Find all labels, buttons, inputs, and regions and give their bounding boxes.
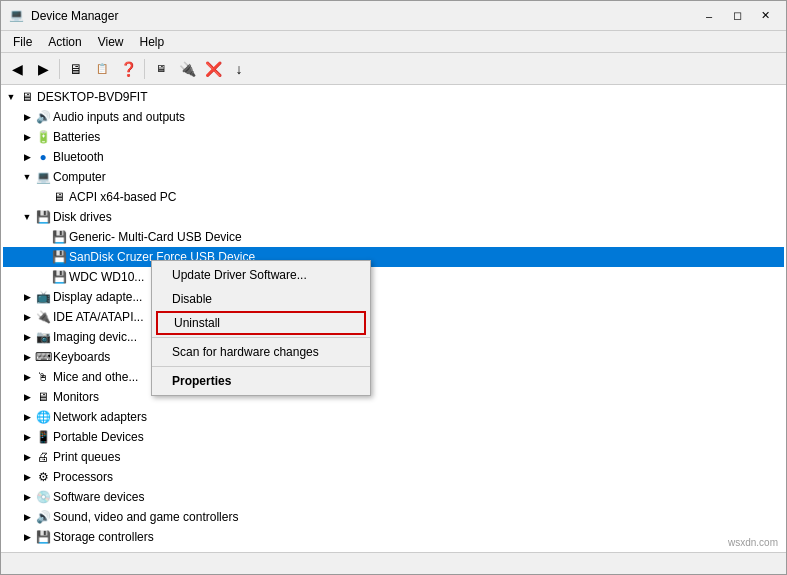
imaging-label: Imaging devic... xyxy=(53,330,137,344)
generic-card-expander xyxy=(35,229,51,245)
close-button[interactable]: ✕ xyxy=(752,6,778,26)
ctx-separator xyxy=(152,337,370,338)
tree-wdc[interactable]: 💾 WDC WD10... xyxy=(3,267,784,287)
ctx-scan[interactable]: Scan for hardware changes xyxy=(152,340,370,364)
system-label: System devices xyxy=(53,550,137,552)
acpi-icon: 🖥 xyxy=(51,189,67,205)
toolbar: ◀ ▶ 🖥 📋 ❓ 🖥 🔌 ❌ ↓ xyxy=(1,53,786,85)
maximize-button[interactable]: ◻ xyxy=(724,6,750,26)
tree-storage[interactable]: ▶ 💾 Storage controllers xyxy=(3,527,784,547)
tree-sandisk[interactable]: 💾 SanDisk Cruzer Force USB Device xyxy=(3,247,784,267)
system-expander: ▶ xyxy=(19,549,35,552)
portable-label: Portable Devices xyxy=(53,430,144,444)
tree-system[interactable]: ▶ ⚙ System devices xyxy=(3,547,784,552)
forward-button[interactable]: ▶ xyxy=(31,57,55,81)
software-icon: 💿 xyxy=(35,489,51,505)
bluetooth-icon: ● xyxy=(35,149,51,165)
processors-label: Processors xyxy=(53,470,113,484)
tree-monitors[interactable]: ▶ 🖥 Monitors xyxy=(3,387,784,407)
portable-expander: ▶ xyxy=(19,429,35,445)
window-title: Device Manager xyxy=(31,9,118,23)
computer-label: Computer xyxy=(53,170,106,184)
update-driver-button[interactable]: 🖥 xyxy=(149,57,173,81)
menu-action[interactable]: Action xyxy=(40,33,89,51)
tree-audio[interactable]: ▶ 🔊 Audio inputs and outputs xyxy=(3,107,784,127)
properties-toolbar-button[interactable]: 📋 xyxy=(90,57,114,81)
network-expander: ▶ xyxy=(19,409,35,425)
tree-imaging[interactable]: ▶ 📷 Imaging devic... xyxy=(3,327,784,347)
wdc-expander xyxy=(35,269,51,285)
keyboards-expander: ▶ xyxy=(19,349,35,365)
batteries-label: Batteries xyxy=(53,130,100,144)
tree-generic-card[interactable]: 💾 Generic- Multi-Card USB Device xyxy=(3,227,784,247)
root-icon: 🖥 xyxy=(19,89,35,105)
menu-file[interactable]: File xyxy=(5,33,40,51)
tree-processors[interactable]: ▶ ⚙ Processors xyxy=(3,467,784,487)
back-button[interactable]: ◀ xyxy=(5,57,29,81)
ctx-properties[interactable]: Properties xyxy=(152,369,370,393)
menu-bar: File Action View Help xyxy=(1,31,786,53)
toolbar-separator-2 xyxy=(144,59,145,79)
system-icon: ⚙ xyxy=(35,549,51,552)
display-icon: 📺 xyxy=(35,289,51,305)
root-expander: ▼ xyxy=(3,89,19,105)
monitors-expander: ▶ xyxy=(19,389,35,405)
watermark: wsxdn.com xyxy=(728,537,778,548)
tree-portable[interactable]: ▶ 📱 Portable Devices xyxy=(3,427,784,447)
computer-expander: ▼ xyxy=(19,169,35,185)
display-expander: ▶ xyxy=(19,289,35,305)
disk-drives-label: Disk drives xyxy=(53,210,112,224)
imaging-icon: 📷 xyxy=(35,329,51,345)
uninstall-toolbar-button[interactable]: ❌ xyxy=(201,57,225,81)
sound-icon: 🔊 xyxy=(35,509,51,525)
tree-keyboards[interactable]: ▶ ⌨ Keyboards xyxy=(3,347,784,367)
network-icon: 🌐 xyxy=(35,409,51,425)
generic-card-label: Generic- Multi-Card USB Device xyxy=(69,230,242,244)
tree-mice[interactable]: ▶ 🖱 Mice and othe... xyxy=(3,367,784,387)
disk-drives-icon: 💾 xyxy=(35,209,51,225)
ide-label: IDE ATA/ATAPI... xyxy=(53,310,143,324)
menu-help[interactable]: Help xyxy=(132,33,173,51)
tree-sound[interactable]: ▶ 🔊 Sound, video and game controllers xyxy=(3,507,784,527)
tree-print[interactable]: ▶ 🖨 Print queues xyxy=(3,447,784,467)
acpi-expander xyxy=(35,189,51,205)
tree-network[interactable]: ▶ 🌐 Network adapters xyxy=(3,407,784,427)
tree-display[interactable]: ▶ 📺 Display adapte... xyxy=(3,287,784,307)
toolbar-separator-1 xyxy=(59,59,60,79)
audio-label: Audio inputs and outputs xyxy=(53,110,185,124)
main-content: ▼ 🖥 DESKTOP-BVD9FIT ▶ 🔊 Audio inputs and… xyxy=(1,85,786,552)
tree-batteries[interactable]: ▶ 🔋 Batteries xyxy=(3,127,784,147)
root-label: DESKTOP-BVD9FIT xyxy=(37,90,147,104)
acpi-label: ACPI x64-based PC xyxy=(69,190,176,204)
bluetooth-label: Bluetooth xyxy=(53,150,104,164)
print-expander: ▶ xyxy=(19,449,35,465)
minimize-button[interactable]: – xyxy=(696,6,722,26)
mice-label: Mice and othe... xyxy=(53,370,138,384)
enable-button[interactable]: 🔌 xyxy=(175,57,199,81)
help-toolbar-button[interactable]: ❓ xyxy=(116,57,140,81)
scan-hardware-button[interactable]: ↓ xyxy=(227,57,251,81)
batteries-icon: 🔋 xyxy=(35,129,51,145)
status-bar xyxy=(1,552,786,574)
tree-ide[interactable]: ▶ 🔌 IDE ATA/ATAPI... xyxy=(3,307,784,327)
tree-software[interactable]: ▶ 💿 Software devices xyxy=(3,487,784,507)
window-controls: – ◻ ✕ xyxy=(696,6,778,26)
tree-disk-drives[interactable]: ▼ 💾 Disk drives xyxy=(3,207,784,227)
keyboards-label: Keyboards xyxy=(53,350,110,364)
keyboards-icon: ⌨ xyxy=(35,349,51,365)
display-label: Display adapte... xyxy=(53,290,142,304)
ctx-update[interactable]: Update Driver Software... xyxy=(152,263,370,287)
imaging-expander: ▶ xyxy=(19,329,35,345)
ctx-disable[interactable]: Disable xyxy=(152,287,370,311)
ctx-separator-2 xyxy=(152,366,370,367)
tree-root[interactable]: ▼ 🖥 DESKTOP-BVD9FIT xyxy=(3,87,784,107)
sandisk-expander xyxy=(35,249,51,265)
tree-acpi[interactable]: 🖥 ACPI x64-based PC xyxy=(3,187,784,207)
ctx-uninstall[interactable]: Uninstall xyxy=(156,311,366,335)
menu-view[interactable]: View xyxy=(90,33,132,51)
audio-icon: 🔊 xyxy=(35,109,51,125)
tree-panel[interactable]: ▼ 🖥 DESKTOP-BVD9FIT ▶ 🔊 Audio inputs and… xyxy=(1,85,786,552)
tree-bluetooth[interactable]: ▶ ● Bluetooth xyxy=(3,147,784,167)
tree-computer[interactable]: ▼ 💻 Computer xyxy=(3,167,784,187)
computer-button[interactable]: 🖥 xyxy=(64,57,88,81)
